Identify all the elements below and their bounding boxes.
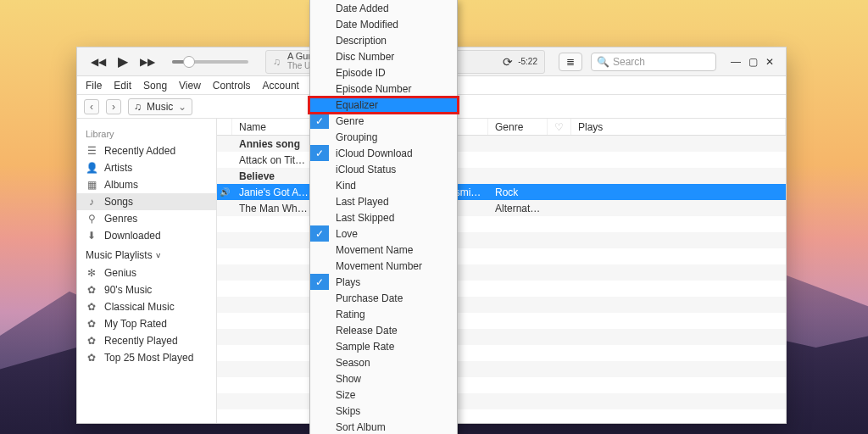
playlist-item[interactable]: ✿My Top Rated [77,315,216,332]
playlist-item[interactable]: ✿Top 25 Most Played [77,349,216,366]
playlist-item[interactable]: ✿Classical Music [77,298,216,315]
cell-name: Believe [232,170,317,182]
checkmark-icon [310,258,329,274]
sidebar-item-artists[interactable]: 👤Artists [77,159,216,176]
table-row[interactable]: The Man Who SolvanaNirvanaAlternative [217,200,786,216]
col-genre[interactable]: Genre [488,119,548,135]
checkmark-icon [310,290,329,306]
checkmark-icon [310,161,329,177]
sidebar-item-label: Downloaded [104,230,161,242]
playlist-item[interactable]: ✿Recently Played [77,332,216,349]
menu-item-sort-album[interactable]: Sort Album [310,419,457,434]
menu-item-plays[interactable]: ✓Plays [310,274,457,290]
menu-item-label: Sort Album [336,421,386,433]
menu-item-grouping[interactable]: Grouping [310,129,457,145]
search-icon: 🔍 [597,56,609,68]
menu-item-movement-number[interactable]: Movement Number [310,258,457,274]
sidebar: Library ☰Recently Added👤Artists▦Albums♪S… [77,119,217,423]
menu-item-size[interactable]: Size [310,387,457,403]
menu-item-genre[interactable]: ✓Genre [310,113,457,129]
table-row [217,361,786,377]
maximize-button[interactable]: ▢ [747,56,759,68]
gear-icon: ✿ [86,335,97,347]
checkmark-icon: ✓ [310,113,329,129]
cell-name: Attack on Titan Op [232,154,317,166]
menu-item-label: Episode Number [336,83,411,95]
gear-icon: ✻ [86,267,97,279]
menu-item-sample-rate[interactable]: Sample Rate [310,338,457,354]
table-row[interactable]: Believe [217,168,786,184]
sidebar-header-playlists[interactable]: Music Playlists ⅴ [77,244,216,264]
menu-item-date-modified[interactable]: Date Modified [310,16,457,32]
checkmark-icon [310,193,329,209]
sidebar-item-downloaded[interactable]: ⬇Downloaded [77,227,216,244]
table-row[interactable]: Annies songn Denver [217,136,786,152]
menu-item-label: Rating [336,309,365,320]
col-name[interactable]: Name [232,119,317,135]
menu-controls[interactable]: Controls [213,80,251,92]
menu-file[interactable]: File [86,80,102,92]
col-love[interactable]: ♡ [548,119,571,135]
sidebar-item-albums[interactable]: ▦Albums [77,176,216,193]
menu-item-show[interactable]: Show [310,370,457,387]
library-selector[interactable]: ♫ Music ⌄ [128,98,192,115]
sidebar-item-icon: ♪ [86,196,97,208]
menu-item-love[interactable]: ✓Love [310,225,457,242]
checkmark-icon: ✓ [310,225,329,242]
playlist-item[interactable]: ✻Genius [77,264,216,281]
repeat-icon[interactable]: ⟳ [503,55,513,69]
sidebar-item-genres[interactable]: ⚲Genres [77,210,216,227]
chevron-down-icon: ⅴ [156,251,160,259]
menu-account[interactable]: Account [263,80,299,92]
menu-item-label: Show [336,373,361,385]
menu-song[interactable]: Song [143,80,167,92]
sidebar-item-label: Classical Music [104,301,175,313]
menu-item-last-skipped[interactable]: Last Skipped [310,209,457,225]
menu-item-episode-number[interactable]: Episode Number [310,81,457,97]
menu-item-release-date[interactable]: Release Date [310,322,457,338]
sidebar-item-icon: 👤 [86,162,97,174]
checkmark-icon [310,242,329,258]
menu-item-label: Release Date [336,325,398,337]
menu-item-purchase-date[interactable]: Purchase Date [310,290,457,306]
sidebar-item-recently-added[interactable]: ☰Recently Added [77,142,216,159]
table-row [217,297,786,313]
list-view-button[interactable]: ≣ [559,53,582,71]
menu-item-disc-number[interactable]: Disc Number [310,48,457,64]
library-selector-label: Music [147,101,173,113]
volume-slider[interactable] [172,60,248,64]
songs-table: Name st Album Genre ♡ Plays Annies songn… [217,119,786,423]
sidebar-header-library: Library [77,124,216,142]
menu-item-date-added[interactable]: Date Added [310,0,457,16]
back-button[interactable]: ‹ [84,99,99,114]
playlist-item[interactable]: ✿90's Music [77,281,216,298]
close-button[interactable]: ✕ [764,56,776,68]
menu-edit[interactable]: Edit [114,80,131,92]
forward-button[interactable]: › [106,99,121,114]
search-input[interactable]: 🔍 Search [591,53,716,71]
prev-button[interactable]: ◀◀ [91,56,106,68]
sidebar-item-label: Recently Added [104,145,175,157]
menu-item-skips[interactable]: Skips [310,403,457,419]
menu-item-season[interactable]: Season [310,354,457,370]
menu-item-movement-name[interactable]: Movement Name [310,242,457,258]
menu-item-description[interactable]: Description [310,32,457,48]
menu-item-label: Skips [336,405,360,417]
sidebar-item-label: Recently Played [104,335,178,347]
menu-item-rating[interactable]: Rating [310,306,457,322]
table-row [217,377,786,393]
menu-item-icloud-status[interactable]: iCloud Status [310,161,457,177]
menu-item-icloud-download[interactable]: ✓iCloud Download [310,145,457,161]
col-plays[interactable]: Plays [571,119,786,135]
next-button[interactable]: ▶▶ [140,56,155,68]
play-button[interactable]: ▶ [118,53,128,70]
sidebar-item-songs[interactable]: ♪Songs [77,193,216,210]
table-row[interactable]: Attack on Titan Op [217,152,786,168]
table-row[interactable]: 🔊Janie's Got A GunosmithClassic Aerosmit… [217,184,786,200]
menu-item-kind[interactable]: Kind [310,177,457,193]
menu-view[interactable]: View [179,80,201,92]
minimize-button[interactable]: — [730,56,742,68]
menu-item-episode-id[interactable]: Episode ID [310,64,457,81]
menu-item-last-played[interactable]: Last Played [310,193,457,209]
gear-icon: ✿ [86,301,97,313]
